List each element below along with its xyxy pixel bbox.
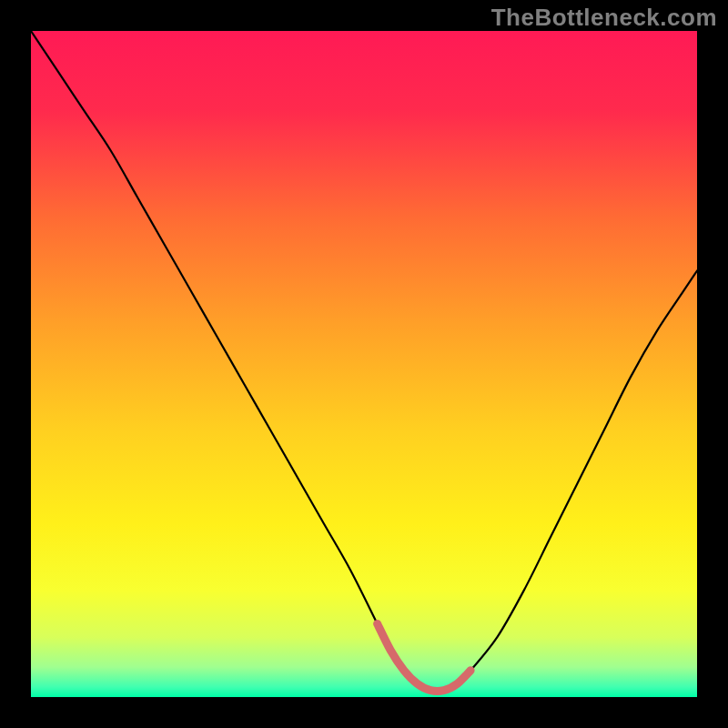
bottleneck-chart <box>31 31 697 697</box>
chart-frame: TheBottleneck.com <box>0 0 728 728</box>
watermark-text: TheBottleneck.com <box>491 4 717 32</box>
